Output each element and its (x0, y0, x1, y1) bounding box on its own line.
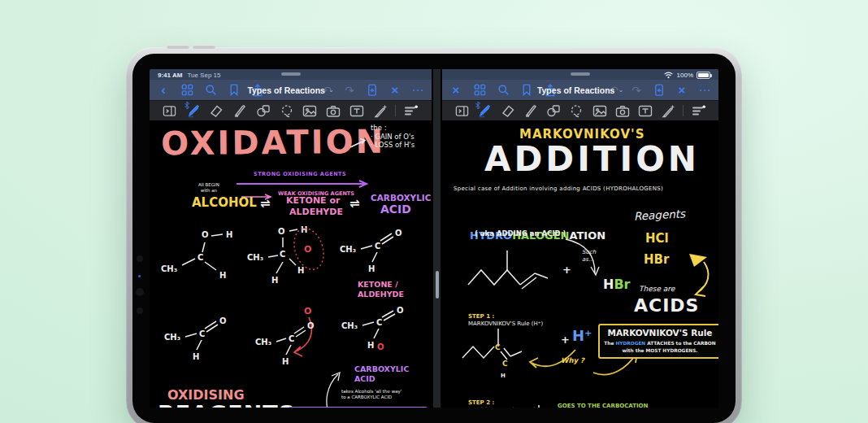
front-camera (136, 288, 144, 296)
close-icon[interactable]: × (675, 84, 688, 97)
camera-icon[interactable] (325, 102, 341, 119)
label-reagents: Reagents (634, 207, 686, 223)
bookmark-icon[interactable] (520, 84, 533, 97)
toolbar-left (150, 100, 432, 120)
window-grabber[interactable] (281, 72, 301, 76)
more-icon[interactable]: ⋯ (411, 84, 424, 97)
structure-aldehyde-2: CH₃C OH (161, 314, 236, 366)
label-alcohol: ALCOHOL (192, 195, 257, 211)
split-view-divider (432, 69, 442, 408)
redo-icon[interactable]: ↷ (630, 84, 643, 97)
eraser-tool-icon[interactable] (208, 102, 224, 119)
text-tool-icon[interactable] (349, 102, 365, 119)
document-title: Types of Reactions (247, 85, 325, 95)
note-canvas-oxidation[interactable]: OXIDATION the : · GAIN of O's · LOSS of … (150, 120, 432, 408)
svg-text:CH₃: CH₃ (341, 321, 358, 330)
laser-pointer-icon[interactable] (660, 102, 676, 119)
add-page-icon[interactable] (366, 84, 379, 97)
ipad-bezel: 9:41 AM Tue Sep 15 ‹ (132, 54, 736, 423)
camera-icon[interactable] (614, 102, 631, 119)
bookmark-icon[interactable] (228, 84, 241, 97)
search-icon[interactable] (204, 84, 217, 97)
label-reagents: REAGENTS (158, 400, 295, 408)
label-why: Why ? (561, 356, 584, 365)
note-subtitle: Special case of Addition involving addin… (454, 185, 663, 193)
label-hbr-h: H (603, 277, 614, 292)
notes-window-right: 100% × (442, 69, 718, 408)
markovnikov-rule-box: MARKOVNIKOV'S Rule The HYDROGEN ATTACHES… (598, 324, 718, 359)
lasso-tool-icon[interactable] (568, 102, 584, 119)
label-carbocation: GOES TO THE CARBOCATION (558, 403, 648, 408)
volume-down-button[interactable] (193, 45, 215, 49)
svg-text:C: C (199, 329, 205, 338)
document-title-dropdown[interactable]: Types of Reactions ⌄ (537, 85, 623, 95)
more-icon[interactable]: ⋯ (698, 84, 711, 97)
stroke-style-icon[interactable] (691, 102, 707, 119)
volume-up-button[interactable] (167, 45, 189, 49)
note-heading-addition: ADDITION (484, 138, 700, 181)
text-tool-icon[interactable] (637, 102, 653, 119)
svg-text:O: O (202, 230, 209, 239)
label-aldehyde: ALDEHYDE (289, 207, 343, 218)
window-grabber[interactable] (571, 72, 590, 76)
back-icon[interactable]: ‹ (157, 84, 170, 97)
svg-text:H: H (297, 266, 304, 275)
svg-text:H: H (282, 357, 289, 366)
close-icon[interactable]: × (388, 84, 401, 97)
navbar-left: ‹ (150, 80, 432, 100)
rule-text-hydrogen: HYDROGEN (615, 341, 645, 346)
stroke-style-icon[interactable] (403, 102, 419, 119)
note-canvas-addition[interactable]: MARKOVNIKOV'S ADDITION Special case of A… (442, 120, 718, 408)
eraser-tool-icon[interactable] (500, 102, 516, 119)
insert-image-icon[interactable] (302, 102, 318, 119)
svg-text:H: H (219, 271, 226, 280)
document-title-dropdown[interactable]: Types of Reactions ⌄ (247, 85, 333, 95)
svg-text:C: C (375, 242, 380, 251)
search-icon[interactable] (497, 84, 510, 97)
note-takes-alcohols: takes Alcohols 'all the way' to a CARBOX… (341, 389, 401, 400)
step1-label: STEP 1 : (468, 313, 494, 320)
label-ketone-aldehyde: KETONE / ALDEHYDE (358, 280, 404, 299)
page-overview-icon[interactable] (473, 84, 486, 97)
svg-text:H: H (368, 264, 375, 273)
battery-icon (697, 72, 710, 79)
svg-text:O: O (219, 316, 227, 325)
statusbar-right: 100% (442, 69, 718, 80)
shapes-tool-icon[interactable] (545, 102, 562, 119)
pen-tool-icon-selected[interactable] (476, 102, 493, 119)
shapes-tool-icon[interactable] (255, 102, 271, 119)
pen-tool-icon-selected[interactable] (185, 102, 202, 119)
highlighter-tool-icon[interactable] (523, 102, 539, 119)
laser-pointer-icon[interactable] (372, 102, 388, 119)
lasso-tool-icon[interactable] (279, 102, 295, 119)
document-panel-icon[interactable] (454, 102, 470, 119)
notes-window-left: 9:41 AM Tue Sep 15 ‹ (150, 69, 432, 408)
svg-text:H: H (226, 230, 232, 239)
svg-text:H: H (301, 225, 307, 234)
insert-image-icon[interactable] (592, 102, 608, 119)
add-page-icon[interactable] (653, 84, 666, 97)
step2-text: HALOGEN attaches to C⁺ (468, 407, 539, 408)
svg-text:H: H (271, 276, 278, 285)
svg-text:CH₃: CH₃ (255, 338, 271, 347)
highlighter-tool-icon[interactable] (232, 102, 248, 119)
label-hcl: HCl (645, 231, 669, 246)
rule-box-title: MARKOVNIKOV'S Rule (604, 328, 716, 338)
redo-icon[interactable]: ↷ (343, 84, 356, 97)
close-split-icon[interactable]: × (449, 84, 462, 97)
navbar-right: × (442, 80, 718, 100)
svg-text:O: O (307, 321, 315, 330)
split-resize-handle[interactable] (436, 271, 439, 299)
ink-arrow-to-acid (323, 371, 345, 408)
svg-text:O: O (278, 227, 285, 236)
label-hbr-br: Br (614, 277, 630, 292)
svg-text:O: O (304, 244, 311, 255)
label-acids: ACIDS (634, 294, 699, 317)
document-panel-icon[interactable] (162, 102, 178, 119)
page-overview-icon[interactable] (180, 84, 193, 97)
svg-text:O: O (395, 229, 402, 238)
ink-arrow-strong (236, 180, 372, 188)
clock: 9:41 AM (158, 72, 182, 79)
note-begin: All BEGIN with an (198, 182, 219, 194)
ipad-screen: 9:41 AM Tue Sep 15 ‹ (150, 69, 718, 408)
